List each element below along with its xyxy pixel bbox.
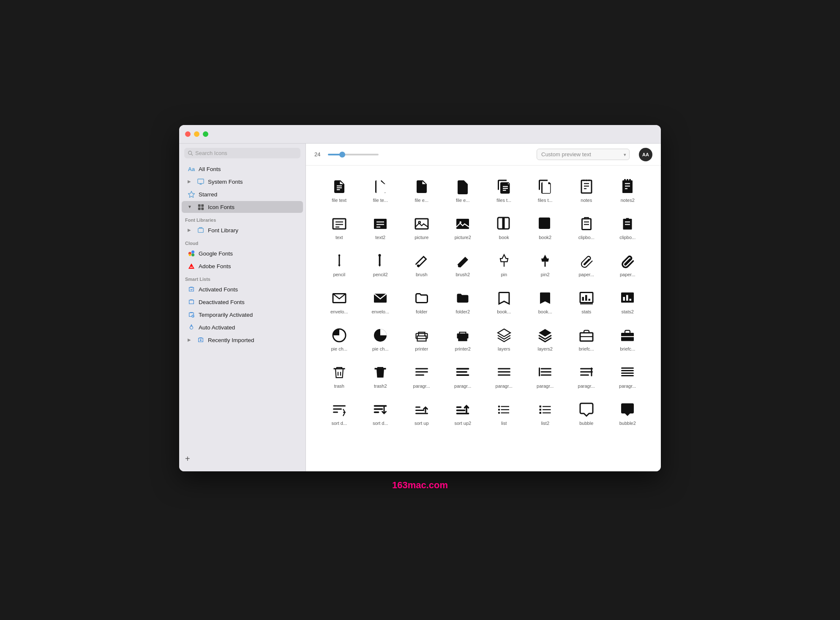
- svg-rect-2: [198, 179, 204, 184]
- close-button[interactable]: [185, 131, 191, 137]
- svg-rect-62: [582, 297, 584, 301]
- icon-cell-bookmark[interactable]: book...: [483, 286, 525, 318]
- icon-cell-envelope2[interactable]: envelо...: [360, 286, 401, 318]
- icon-cell-trash[interactable]: trash: [319, 360, 360, 393]
- picture2-icon: [454, 215, 471, 232]
- auto-activated-label: Auto Activated: [199, 324, 235, 331]
- icon-cell-sort-up[interactable]: sort up: [401, 397, 442, 430]
- icon-cell-pencil[interactable]: pencil: [319, 248, 360, 281]
- folder-icon: [413, 290, 430, 307]
- icon-cell-stats[interactable]: stats: [566, 286, 607, 318]
- icon-cell-file-empty2[interactable]: file e...: [442, 174, 484, 207]
- avatar-button[interactable]: AA: [639, 148, 652, 161]
- icon-cell-sort-up2[interactable]: sort up2: [442, 397, 484, 430]
- icon-cell-pin[interactable]: pin: [483, 248, 525, 281]
- icon-cell-printer[interactable]: printer: [401, 323, 442, 356]
- fullscreen-button[interactable]: [203, 131, 208, 137]
- sidebar-item-recently-imported[interactable]: ▶ Recently Imported: [182, 334, 303, 346]
- svg-point-12: [191, 250, 194, 253]
- sidebar-item-deactivated-fonts[interactable]: Deactivated Fonts: [182, 296, 303, 308]
- sidebar-item-font-library[interactable]: ▶ Font Library: [182, 224, 303, 236]
- icon-cell-file-text2[interactable]: file te...: [360, 174, 401, 207]
- icon-cell-paragraph5[interactable]: paragr...: [566, 360, 607, 393]
- icon-cell-printer2[interactable]: printer2: [442, 323, 484, 356]
- icon-cell-trash2[interactable]: trash2: [360, 360, 401, 393]
- icon-label-folder2: folder2: [455, 309, 470, 314]
- icon-label-text2: text2: [375, 235, 385, 240]
- icon-cell-pie-chart2[interactable]: pie ch...: [360, 323, 401, 356]
- icon-cell-sort-down2[interactable]: sort d...: [360, 397, 401, 430]
- icon-cell-paragraph2[interactable]: paragr...: [442, 360, 484, 393]
- sidebar-item-system-fonts[interactable]: ▶ System Fonts: [182, 176, 303, 188]
- icon-cell-envelope[interactable]: envelо...: [319, 286, 360, 318]
- sidebar-item-auto-activated[interactable]: Auto Activated: [182, 321, 303, 333]
- temporarily-activated-icon: [188, 311, 195, 318]
- icon-cell-picture[interactable]: picture: [401, 211, 442, 244]
- search-input[interactable]: [184, 148, 300, 158]
- icon-cell-layers[interactable]: layers: [483, 323, 525, 356]
- icon-cell-list2[interactable]: list2: [525, 397, 566, 430]
- file-empty-icon: [413, 178, 430, 195]
- icon-cell-clipboard2[interactable]: clipbo...: [607, 211, 649, 244]
- add-button[interactable]: +: [185, 454, 190, 464]
- icon-cell-clipboard[interactable]: clipbo...: [566, 211, 607, 244]
- icon-cell-paragraph4[interactable]: paragr...: [525, 360, 566, 393]
- sidebar-item-activated-fonts[interactable]: Activated Fonts: [182, 283, 303, 295]
- icon-cell-pie-chart[interactable]: pie ch...: [319, 323, 360, 356]
- minimize-button[interactable]: [194, 131, 199, 137]
- icon-cell-list[interactable]: list: [483, 397, 525, 430]
- icon-label-file-text: file text: [332, 198, 346, 203]
- size-slider[interactable]: [328, 154, 379, 155]
- sidebar-item-all-fonts[interactable]: Aa All Fonts: [182, 163, 303, 175]
- icon-cell-paragraph3[interactable]: paragr...: [483, 360, 525, 393]
- file-text-icon: [331, 178, 348, 195]
- icon-cell-folder[interactable]: folder: [401, 286, 442, 318]
- icon-cell-paragraph[interactable]: paragr...: [401, 360, 442, 393]
- icon-cell-book2[interactable]: book2: [525, 211, 566, 244]
- icon-cell-files-text2[interactable]: files t...: [525, 174, 566, 207]
- sort-down2-icon: [372, 401, 389, 418]
- activated-fonts-icon: [188, 286, 195, 293]
- icon-cell-book[interactable]: book: [483, 211, 525, 244]
- svg-point-0: [188, 151, 192, 154]
- icon-label-layers: layers: [498, 346, 510, 351]
- sidebar-item-icon-fonts[interactable]: ▼ Icon Fonts: [182, 201, 303, 213]
- icon-cell-layers2[interactable]: layers2: [525, 323, 566, 356]
- icon-cell-bookmark2[interactable]: book...: [525, 286, 566, 318]
- icons-grid: file text file te... file e...: [306, 166, 661, 471]
- bubble2-icon: [619, 401, 636, 418]
- google-fonts-label: Google Fonts: [199, 250, 233, 257]
- icon-cell-bubble[interactable]: bubble: [566, 397, 607, 430]
- icon-cell-sort-down[interactable]: sort d...: [319, 397, 360, 430]
- icon-cell-notes[interactable]: notes: [566, 174, 607, 207]
- icon-cell-paragraph6[interactable]: paragr...: [607, 360, 649, 393]
- svg-point-56: [458, 265, 461, 267]
- icon-cell-bubble2[interactable]: bubble2: [607, 397, 649, 430]
- icon-cell-folder2[interactable]: folder2: [442, 286, 484, 318]
- layers2-icon: [537, 327, 554, 344]
- sidebar-item-adobe-fonts[interactable]: Adobe Fonts: [182, 260, 303, 272]
- icon-cell-paperclip[interactable]: paper...: [566, 248, 607, 281]
- icon-cell-brush2[interactable]: brush2: [442, 248, 484, 281]
- icon-cell-briefcase[interactable]: briefc...: [566, 323, 607, 356]
- svg-point-14: [189, 254, 191, 256]
- icon-cell-file-empty[interactable]: file e...: [401, 174, 442, 207]
- sidebar-item-google-fonts[interactable]: Google Fonts: [182, 247, 303, 259]
- icon-cell-picture2[interactable]: picture2: [442, 211, 484, 244]
- icon-label-paperclip2: paper...: [620, 272, 635, 277]
- icon-cell-stats2[interactable]: stats2: [607, 286, 649, 318]
- icon-cell-files-text[interactable]: files t...: [483, 174, 525, 207]
- icon-cell-text[interactable]: text: [319, 211, 360, 244]
- sidebar-item-temporarily-activated[interactable]: Temporarily Activated: [182, 309, 303, 321]
- icon-cell-file-text[interactable]: file text: [319, 174, 360, 207]
- sidebar-item-starred[interactable]: Starred: [182, 188, 303, 200]
- icon-cell-paperclip2[interactable]: paper...: [607, 248, 649, 281]
- icon-cell-notes2[interactable]: notes2: [607, 174, 649, 207]
- preview-dropdown[interactable]: Custom preview text Sample Alphabet 123: [537, 149, 630, 160]
- icon-cell-text2[interactable]: text2: [360, 211, 401, 244]
- icon-cell-pin2[interactable]: pin2: [525, 248, 566, 281]
- icon-cell-brush[interactable]: brush: [401, 248, 442, 281]
- icon-cell-briefcase2[interactable]: briefc...: [607, 323, 649, 356]
- icon-cell-pencil2[interactable]: pencil2: [360, 248, 401, 281]
- icon-label-brush2: brush2: [455, 272, 470, 277]
